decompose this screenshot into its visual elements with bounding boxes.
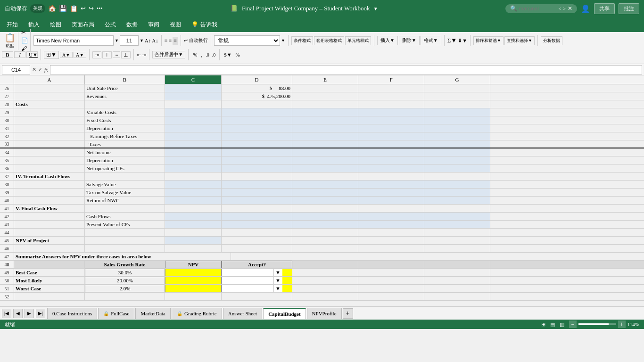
copy-icon[interactable]: 📄 bbox=[21, 37, 28, 44]
cell-c46[interactable] bbox=[165, 245, 222, 252]
cell-g31[interactable] bbox=[424, 124, 490, 132]
cell-f35[interactable] bbox=[358, 156, 424, 164]
number-format-dropdown[interactable]: 常规 数值 货币 文本 bbox=[214, 35, 280, 46]
cell-d38[interactable] bbox=[222, 181, 292, 188]
cell-f39[interactable] bbox=[358, 189, 424, 196]
cell-d32[interactable] bbox=[222, 132, 292, 140]
align-center-icon[interactable]: ≡ bbox=[169, 37, 172, 44]
align-top-icon[interactable]: ⊤ bbox=[102, 51, 112, 58]
cell-d33[interactable] bbox=[222, 140, 292, 148]
formula-bar[interactable] bbox=[50, 65, 642, 74]
align-bot-icon[interactable]: ⊥ bbox=[121, 51, 131, 58]
increase-font-icon[interactable]: A↑ bbox=[145, 38, 151, 43]
cell-b52[interactable] bbox=[85, 293, 165, 300]
currency-icon[interactable]: $▼ bbox=[223, 52, 233, 58]
cell-c51[interactable] bbox=[165, 285, 222, 292]
cell-d39[interactable] bbox=[222, 189, 292, 196]
cell-e32[interactable] bbox=[292, 132, 358, 140]
add-sheet-btn[interactable]: + bbox=[343, 308, 353, 319]
cell-f37[interactable] bbox=[358, 173, 424, 180]
table-style-btn[interactable]: 套用表格格式 bbox=[314, 36, 344, 45]
cell-g26[interactable] bbox=[424, 84, 490, 92]
cell-b27[interactable]: Revenues bbox=[85, 92, 165, 100]
row-num-51[interactable]: 51 bbox=[0, 285, 14, 292]
cell-d40[interactable] bbox=[222, 197, 292, 204]
view-layout-icon[interactable]: ▤ bbox=[550, 321, 555, 328]
cell-g44[interactable] bbox=[424, 229, 490, 236]
auto-wrap-label[interactable]: 自动换行 bbox=[189, 37, 208, 44]
cell-e41[interactable] bbox=[292, 205, 358, 212]
cell-f38[interactable] bbox=[358, 181, 424, 188]
cell-reference[interactable] bbox=[2, 65, 30, 74]
cell-a41[interactable]: V. Final Cash Flow bbox=[14, 205, 85, 212]
cell-a36[interactable] bbox=[14, 165, 85, 172]
cell-style-btn[interactable]: 单元格样式 bbox=[345, 36, 371, 45]
cell-d42[interactable] bbox=[222, 213, 292, 220]
cell-d28[interactable] bbox=[222, 100, 292, 108]
cell-b40[interactable]: Return of NWC bbox=[85, 197, 165, 204]
cell-b34[interactable]: Net Income bbox=[85, 148, 165, 156]
cell-a44[interactable] bbox=[14, 229, 85, 236]
share-button[interactable]: 共享 bbox=[594, 3, 615, 14]
underline-btn[interactable]: U▼ bbox=[26, 51, 38, 58]
cell-g41[interactable] bbox=[424, 205, 490, 212]
analysis-btn[interactable]: 分析数据 bbox=[541, 36, 562, 45]
cell-f50[interactable] bbox=[358, 277, 424, 284]
cell-c28[interactable] bbox=[165, 100, 222, 108]
tab-fullcase[interactable]: 🔒 FullCase bbox=[98, 308, 134, 319]
row-num-31[interactable]: 31 bbox=[0, 124, 14, 132]
cell-b29[interactable]: Variable Costs bbox=[85, 108, 165, 116]
cell-a46[interactable] bbox=[14, 245, 85, 252]
cell-f46[interactable] bbox=[358, 245, 424, 252]
cell-b37[interactable] bbox=[85, 173, 165, 180]
cell-c41[interactable] bbox=[165, 205, 222, 212]
row-num-32[interactable]: 32 bbox=[0, 132, 14, 140]
cell-a31[interactable] bbox=[14, 124, 85, 132]
cell-c34[interactable] bbox=[165, 148, 222, 156]
cell-c33[interactable] bbox=[165, 140, 222, 148]
cell-c35[interactable] bbox=[165, 156, 222, 164]
size-dropdown-icon[interactable]: ▼ bbox=[140, 38, 144, 43]
cell-d31[interactable] bbox=[222, 124, 292, 132]
menu-formula[interactable]: 公式 bbox=[100, 19, 121, 31]
cell-f30[interactable] bbox=[358, 116, 424, 124]
row-num-50[interactable]: 50 bbox=[0, 277, 14, 284]
cell-f33[interactable] bbox=[358, 140, 424, 148]
cell-b51[interactable]: 2.0% bbox=[85, 285, 165, 292]
cell-e33[interactable] bbox=[292, 140, 358, 148]
cell-a42[interactable] bbox=[14, 213, 85, 220]
cell-c44[interactable] bbox=[165, 229, 222, 236]
menu-view[interactable]: 视图 bbox=[165, 19, 186, 31]
cell-f43[interactable] bbox=[358, 221, 424, 228]
cell-g43[interactable] bbox=[424, 221, 490, 228]
row-num-47[interactable]: 47 bbox=[0, 253, 14, 260]
dropdown-btn-51[interactable]: ▼ bbox=[273, 285, 282, 292]
wrap-icon[interactable]: ↵ bbox=[184, 38, 188, 44]
cell-b31[interactable]: Depreciation bbox=[85, 124, 165, 132]
conditional-format-btn[interactable]: 条件格式 bbox=[291, 36, 313, 45]
decrease-font-icon[interactable]: A↓ bbox=[152, 38, 158, 43]
cell-d26[interactable]: $ 88.00 bbox=[222, 84, 292, 92]
cell-d46[interactable] bbox=[222, 245, 292, 252]
cell-d27[interactable]: $ 475,200.00 bbox=[222, 92, 292, 100]
cell-a32[interactable] bbox=[14, 132, 85, 140]
cell-g33[interactable] bbox=[424, 140, 490, 148]
row-num-52[interactable]: 52 bbox=[0, 293, 14, 300]
cell-a38[interactable] bbox=[14, 181, 85, 188]
align-left-icon[interactable]: ≡ bbox=[165, 37, 168, 44]
cell-f40[interactable] bbox=[358, 197, 424, 204]
col-header-d[interactable]: D bbox=[222, 75, 292, 84]
row-num-30[interactable]: 30 bbox=[0, 116, 14, 124]
font-name-input[interactable] bbox=[33, 35, 114, 46]
cell-e30[interactable] bbox=[292, 116, 358, 124]
find-select-btn[interactable]: 查找和选择▼ bbox=[504, 36, 535, 45]
cell-c45[interactable] bbox=[165, 237, 222, 244]
indent-right-icon[interactable]: ⇥ bbox=[142, 52, 146, 58]
cell-f32[interactable] bbox=[358, 132, 424, 140]
cell-c52[interactable] bbox=[165, 293, 222, 300]
row-num-29[interactable]: 29 bbox=[0, 108, 14, 116]
cell-c49[interactable] bbox=[165, 269, 222, 276]
cell-e52[interactable] bbox=[292, 293, 358, 300]
font-dropdown-icon[interactable]: ▼ bbox=[115, 38, 119, 43]
prev-icon[interactable]: < bbox=[559, 6, 561, 11]
